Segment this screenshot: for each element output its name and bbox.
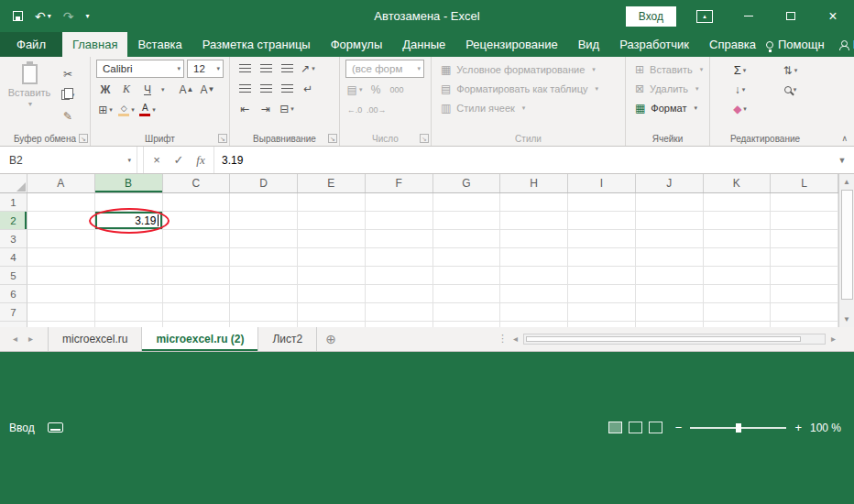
cell-I6[interactable] <box>568 285 636 303</box>
cell-H7[interactable] <box>500 303 568 322</box>
horizontal-scroll-thumb[interactable] <box>526 336 801 342</box>
cell-B7[interactable] <box>95 303 163 322</box>
font-name-combo[interactable]: Calibri ▾ <box>96 60 184 78</box>
cell-L8[interactable] <box>771 322 838 327</box>
font-name-caret-icon[interactable]: ▾ <box>177 65 181 72</box>
cell-C2[interactable] <box>163 212 231 230</box>
cell-L2[interactable] <box>771 212 838 230</box>
cell-D8[interactable] <box>230 322 298 327</box>
scroll-down-icon[interactable]: ▼ <box>843 312 850 327</box>
format-as-table-button[interactable]: ▤ Форматировать как таблицу ▾ <box>437 79 619 98</box>
ribbon-tab-3[interactable]: Разметка страницы <box>192 32 321 57</box>
cell-K1[interactable] <box>704 193 772 212</box>
paste-button[interactable]: Вставить ▼ <box>5 60 53 125</box>
italic-button[interactable]: К <box>117 81 136 98</box>
sheet-tab-3[interactable]: Лист2 <box>258 327 317 351</box>
cell-H5[interactable] <box>500 267 568 285</box>
cell-B5[interactable] <box>95 267 163 285</box>
align-middle-button[interactable] <box>257 60 275 77</box>
cell-E1[interactable] <box>298 193 366 212</box>
zoom-slider[interactable] <box>690 427 786 429</box>
cell-A3[interactable] <box>27 230 95 248</box>
cell-F2[interactable] <box>366 212 433 230</box>
percent-style-button[interactable]: % <box>367 81 385 98</box>
maximize-button[interactable] <box>770 0 812 32</box>
cell-I5[interactable] <box>568 267 636 285</box>
cell-L6[interactable] <box>771 285 838 303</box>
cell-A4[interactable] <box>27 248 95 267</box>
copy-button[interactable]: ▾ <box>59 86 77 104</box>
ribbon-tab-9[interactable]: Справка <box>699 32 766 57</box>
font-color-button[interactable]: А ▾ <box>138 101 157 118</box>
row-header-2[interactable]: 2 <box>0 212 27 230</box>
close-button[interactable]: × <box>812 0 854 32</box>
orientation-button[interactable]: ↗▾ <box>299 60 317 77</box>
cell-J1[interactable] <box>636 193 704 212</box>
cell-C5[interactable] <box>163 267 231 285</box>
cell-H2[interactable] <box>500 212 568 230</box>
cell-D2[interactable] <box>230 212 298 230</box>
cell-K4[interactable] <box>704 248 772 267</box>
font-dialog-launcher-icon[interactable]: ↘ <box>218 134 227 143</box>
cell-G4[interactable] <box>433 248 501 267</box>
paste-caret-icon[interactable]: ▼ <box>27 101 34 107</box>
cell-G8[interactable] <box>433 322 501 327</box>
decrease-indent-button[interactable]: ⇤ <box>235 100 254 117</box>
cell-J7[interactable] <box>636 303 704 322</box>
cell-A8[interactable] <box>27 322 95 327</box>
find-select-button[interactable]: ▾ <box>770 81 811 98</box>
cell-L5[interactable] <box>771 267 838 285</box>
conditional-formatting-button[interactable]: ▦ Условное форматирование ▾ <box>437 60 619 79</box>
align-center-button[interactable] <box>257 80 275 97</box>
row-header-7[interactable]: 7 <box>0 303 27 322</box>
ribbon-tab-4[interactable]: Формулы <box>321 32 393 57</box>
cell-F8[interactable] <box>366 322 433 327</box>
fill-button[interactable]: ↓▾ <box>719 81 761 98</box>
cell-J8[interactable] <box>636 322 704 327</box>
sheet-tab-1[interactable]: microexcel.ru <box>48 327 142 351</box>
cell-I8[interactable] <box>568 322 636 327</box>
cell-E5[interactable] <box>298 267 366 285</box>
cell-K3[interactable] <box>704 230 772 248</box>
cell-D3[interactable] <box>230 230 298 248</box>
delete-cells-caret-icon[interactable]: ▾ <box>695 85 699 93</box>
column-header-A[interactable]: A <box>27 174 95 192</box>
conditional-formatting-caret-icon[interactable]: ▾ <box>592 66 596 73</box>
select-all-corner[interactable] <box>0 174 27 192</box>
insert-function-button[interactable]: fx <box>190 153 212 168</box>
collapse-ribbon-icon[interactable]: ∧ <box>841 134 848 143</box>
comma-style-button[interactable]: 000 <box>388 81 406 98</box>
zoom-slider-thumb[interactable] <box>736 423 741 433</box>
font-size-caret-icon[interactable]: ▾ <box>216 65 220 72</box>
cell-L4[interactable] <box>771 248 838 267</box>
column-header-B[interactable]: B <box>95 174 163 192</box>
cell-B3[interactable] <box>95 230 163 248</box>
wrap-text-button[interactable]: ↵ <box>299 80 317 97</box>
cell-L3[interactable] <box>771 230 838 248</box>
align-bottom-button[interactable] <box>278 60 296 77</box>
cell-E2[interactable] <box>298 212 366 230</box>
cell-J3[interactable] <box>636 230 704 248</box>
column-header-E[interactable]: E <box>298 174 366 192</box>
fill-color-button[interactable]: ◇ ▾ <box>117 101 136 118</box>
alignment-dialog-launcher-icon[interactable]: ↘ <box>328 134 337 143</box>
align-top-button[interactable] <box>235 60 254 77</box>
merge-caret-icon[interactable]: ▾ <box>290 105 294 113</box>
row-header-8[interactable]: 8 <box>0 322 27 327</box>
undo-button[interactable]: ↶ ▾ <box>35 10 51 23</box>
cell-F4[interactable] <box>366 248 433 267</box>
cell-A5[interactable] <box>27 267 95 285</box>
cell-L1[interactable] <box>771 193 838 212</box>
formula-input[interactable]: 3.19 <box>214 147 830 173</box>
ribbon-tab-8[interactable]: Разработчик <box>609 32 699 57</box>
underline-button[interactable]: Ч <box>138 81 157 98</box>
scroll-up-icon[interactable]: ▲ <box>843 174 850 189</box>
clipboard-dialog-launcher-icon[interactable]: ↘ <box>79 134 88 143</box>
cell-styles-button[interactable]: ▥ Стили ячеек ▾ <box>437 98 619 117</box>
cell-styles-caret-icon[interactable]: ▾ <box>522 104 526 112</box>
ribbon-tab-2[interactable]: Вставка <box>127 32 192 57</box>
sheet-tab-2[interactable]: microexcel.ru (2) <box>142 327 258 351</box>
cell-H4[interactable] <box>500 248 568 267</box>
normal-view-icon[interactable] <box>608 422 622 433</box>
vertical-scroll-thumb[interactable] <box>841 190 853 300</box>
